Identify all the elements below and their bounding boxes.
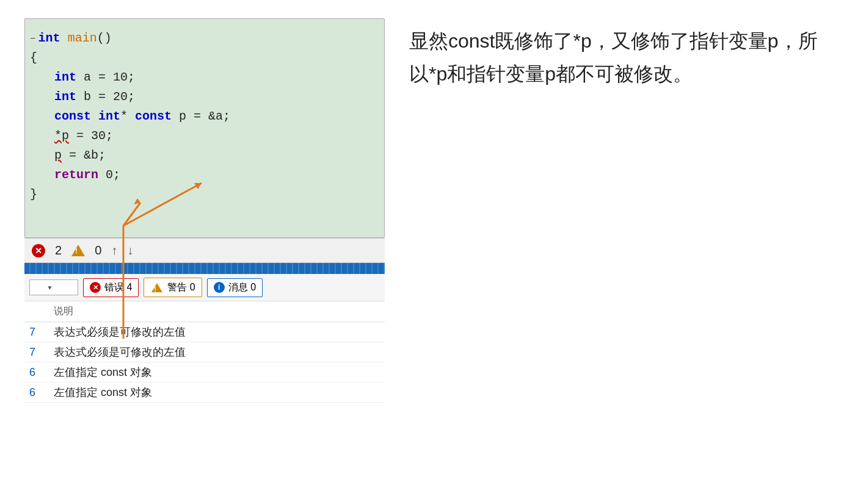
warn-triangle [71,245,85,256]
error-description: 表达式必须是可修改的左值 [54,325,380,339]
code-line-7: p = &b; [54,146,377,165]
chevron-down-icon: ▼ [47,284,53,291]
code-editor: − int main () { int a = 10; int b = 20; … [24,18,385,238]
filter-dropdown-label [35,283,45,292]
info-filter-label: 消息 0 [228,281,256,294]
error-list-header: 说明 [24,301,385,322]
error-list: 说明 7 表达式必须是可修改的左值 7 表达式必须是可修改的左值 6 左值指定 … [24,301,385,403]
filter-row: ▼ ✕ 错误 4 警告 0 i 消息 0 [24,274,385,301]
explanation-text: 显然const既修饰了*p，又修饰了指针变量p，所以*p和指针变量p都不可被修改… [409,24,831,91]
table-row[interactable]: 7 表达式必须是可修改的左值 [24,342,385,362]
warn-count: 0 [95,243,101,257]
code-line-5: const int * const p = &a; [54,107,377,126]
error-description: 左值指定 const 对象 [54,365,380,380]
code-line-3: int a = 10; [54,68,377,87]
code-line-9: } [30,185,377,204]
code-line-8: return 0; [54,165,377,185]
error-bar: ✕ 2 0 ↑ ↓ [24,238,385,263]
warn-icon [71,244,85,257]
line-number: 7 [29,326,54,339]
warn-filter-label: 警告 0 [167,281,195,294]
filter-dropdown[interactable]: ▼ [29,279,78,295]
nav-down-button[interactable]: ↓ [127,243,133,257]
error-description: 表达式必须是可修改的左值 [54,345,380,359]
info-icon: i [214,282,225,293]
warn-filter-icon [150,281,164,294]
code-line-6: *p = 30; [54,126,377,146]
code-line-4: int b = 20; [54,87,377,107]
table-row[interactable]: 7 表达式必须是可修改的左值 [24,322,385,342]
error-filter-button[interactable]: ✕ 错误 4 [83,278,139,297]
progress-bar [24,263,385,274]
error-description: 左值指定 const 对象 [54,385,380,400]
error-icon: ✕ [32,244,45,257]
col-line-header [29,305,54,318]
keyword-int-main: int [38,29,68,48]
error-filter-label: 错误 4 [104,281,132,294]
nav-up-button[interactable]: ↑ [111,243,117,257]
warn-filter-button[interactable]: 警告 0 [144,278,202,297]
table-row[interactable]: 6 左值指定 const 对象 [24,383,385,403]
table-row[interactable]: 6 左值指定 const 对象 [24,362,385,383]
func-name: main [68,29,97,48]
line-number: 7 [29,346,54,359]
line-number: 6 [29,386,54,399]
col-desc-header: 说明 [54,305,380,318]
error-count: 2 [55,243,62,257]
code-container: − int main () { int a = 10; int b = 20; … [24,18,385,238]
code-line-2: { [30,48,377,68]
right-panel: 显然const既修饰了*p，又修饰了指针变量p，所以*p和指针变量p都不可被修改… [409,18,831,91]
line-number: 6 [29,366,54,379]
collapse-icon[interactable]: − [30,32,36,48]
warn-triangle-small [151,283,162,292]
info-filter-button[interactable]: i 消息 0 [207,278,263,297]
left-panel: − int main () { int a = 10; int b = 20; … [24,18,385,403]
error-filter-icon: ✕ [90,282,101,293]
code-line-1: − int main () [30,29,377,48]
